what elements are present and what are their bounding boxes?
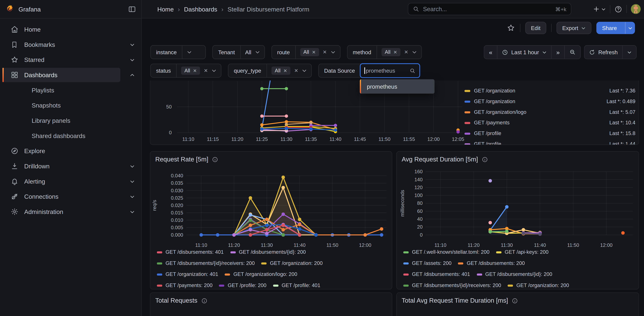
search-input[interactable]: Search... ⌘+k: [408, 3, 571, 15]
sidebar-item-connections[interactable]: Connections: [0, 189, 141, 204]
sidebar-item-explore[interactable]: Explore: [0, 144, 141, 159]
filter-value-pill[interactable]: All✕: [272, 66, 290, 75]
time-shift-back-button[interactable]: «: [484, 46, 497, 59]
info-icon[interactable]: [512, 298, 518, 304]
remove-value-icon[interactable]: ✕: [193, 68, 197, 73]
legend-item[interactable]: GET /organization: 401: [157, 272, 218, 277]
chevron-down-icon[interactable]: [302, 68, 307, 73]
filter-value-area[interactable]: [182, 46, 206, 59]
legend-row[interactable]: GET /profileLast *: 1.44: [464, 140, 635, 145]
legend-row[interactable]: GET /organizationLast *: 7.36: [464, 87, 635, 94]
datasource-option-prometheus[interactable]: prometheus: [360, 79, 434, 94]
sidebar-item-shared-dashboards[interactable]: Shared dashboards: [0, 128, 141, 144]
legend-item[interactable]: GET /organization/logo: 200: [225, 272, 297, 277]
chevron-down-icon[interactable]: [330, 50, 335, 54]
panel-header[interactable]: Request Rate [5m]: [150, 152, 392, 167]
sidebar-item-playlists[interactable]: Playlists: [0, 82, 141, 98]
legend-item[interactable]: GET /profile: 200: [219, 282, 266, 288]
star-dashboard-button[interactable]: [507, 24, 515, 32]
chevron-down-icon[interactable]: [130, 209, 134, 214]
add-new-button[interactable]: [592, 5, 606, 13]
chevron-down-icon[interactable]: [255, 50, 260, 54]
help-button[interactable]: [614, 5, 622, 13]
filter-query-type[interactable]: query_typeAll✕✕: [228, 64, 312, 78]
refresh-button[interactable]: Refresh: [584, 46, 622, 59]
remove-value-icon[interactable]: ✕: [312, 50, 316, 55]
breadcrumb-home[interactable]: Home: [157, 6, 174, 12]
legend-item[interactable]: GET /api-keys: 200: [496, 249, 548, 255]
user-avatar[interactable]: [631, 4, 641, 14]
panel-header[interactable]: Total Requests: [150, 293, 392, 308]
info-icon[interactable]: [482, 156, 488, 162]
share-button[interactable]: Share: [596, 22, 635, 34]
legend-item[interactable]: GET /profile: 401: [273, 282, 320, 288]
chevron-down-icon[interactable]: [130, 164, 134, 168]
legend-item[interactable]: GET /assets: 200: [403, 260, 452, 266]
filter-value-area[interactable]: All✕✕: [296, 46, 340, 59]
clear-filter-icon[interactable]: ✕: [404, 49, 408, 55]
legend-item[interactable]: GET /organization: 200: [508, 282, 569, 288]
timeseries-chart[interactable]: 11:1011:2011:3011:4011:5012:000204060801…: [397, 166, 639, 250]
legend-item[interactable]: GET /disbursements/{id}: 200: [476, 272, 552, 277]
filter-tenant[interactable]: TenantAll: [212, 45, 265, 59]
breadcrumb-dashboards[interactable]: Dashboards: [184, 6, 217, 12]
clear-filter-icon[interactable]: ✕: [204, 68, 208, 74]
filter-value-area[interactable]: All✕✕: [377, 46, 422, 59]
legend-row[interactable]: GET /paymentsLast *: 10.4: [464, 119, 635, 126]
sidebar-item-alerting[interactable]: Alerting: [0, 174, 141, 189]
chevron-down-icon[interactable]: [412, 50, 417, 54]
sidebar-item-dashboards[interactable]: Dashboards: [0, 67, 141, 82]
legend-item[interactable]: GET /disbursements: 401: [403, 272, 470, 277]
info-icon[interactable]: [201, 298, 207, 304]
chevron-down-icon[interactable]: [212, 68, 216, 73]
chevron-down-icon[interactable]: [130, 42, 134, 47]
sidebar-item-library-panels[interactable]: Library panels: [0, 113, 141, 128]
filter-value-area[interactable]: All: [240, 46, 264, 59]
chevron-down-icon[interactable]: [130, 57, 134, 62]
legend-item[interactable]: GET /disbursements/{id}: 200: [230, 249, 306, 255]
chevron-down-icon[interactable]: [130, 179, 134, 184]
legend-row[interactable]: GET /organizationLast *: 0.489: [464, 98, 635, 105]
timeseries-chart[interactable]: 11:1011:2011:3011:4011:5012:000.0000.005…: [150, 166, 392, 250]
filter-route[interactable]: routeAll✕✕: [271, 45, 340, 59]
panel-header[interactable]: Avg Request Duration [5m]: [397, 152, 639, 167]
chevron-up-icon[interactable]: [130, 72, 134, 77]
filter-value-area[interactable]: All✕✕: [267, 64, 312, 77]
filter-status[interactable]: statusAll✕✕: [150, 64, 222, 78]
sidebar-item-bookmarks[interactable]: Bookmarks: [0, 37, 141, 52]
legend-row[interactable]: GET /organization/logoLast *: 5.07: [464, 108, 635, 116]
refresh-interval-dropdown[interactable]: [622, 46, 636, 59]
sidebar-item-administration[interactable]: Administration: [0, 204, 141, 219]
legend-row[interactable]: GET /profileLast *: 15.8: [464, 130, 635, 137]
clear-filter-icon[interactable]: ✕: [294, 68, 298, 74]
time-shift-forward-button[interactable]: »: [552, 46, 564, 59]
chevron-down-icon[interactable]: [187, 50, 192, 54]
filter-value-pill[interactable]: All✕: [300, 48, 319, 56]
remove-value-icon[interactable]: ✕: [394, 50, 397, 55]
legend-item[interactable]: GET /disbursements/{id}/receivers: 200: [403, 282, 501, 288]
legend-item[interactable]: GET /disbursements: 401: [157, 249, 224, 255]
legend-item[interactable]: GET /disbursements: 200: [458, 260, 525, 266]
remove-value-icon[interactable]: ✕: [283, 68, 287, 73]
sidebar-item-drilldown[interactable]: Drilldown: [0, 158, 141, 174]
filter-instance[interactable]: instance: [150, 45, 206, 59]
info-icon[interactable]: [212, 156, 218, 162]
panel-header[interactable]: Total Avg Request Time Duration [ms]: [397, 293, 639, 308]
edit-button[interactable]: Edit: [525, 22, 546, 34]
legend-item[interactable]: GET /organization: 200: [261, 260, 323, 266]
filter-value-pill[interactable]: All✕: [382, 48, 400, 56]
chevron-down-icon[interactable]: [130, 194, 134, 199]
filter-value-area[interactable]: All✕✕: [176, 64, 221, 77]
time-range-picker[interactable]: Last 1 hour: [497, 46, 551, 59]
zoom-out-button[interactable]: [564, 46, 580, 59]
legend-item[interactable]: GET /payments: 200: [157, 282, 212, 288]
export-button[interactable]: Export: [556, 22, 591, 34]
share-options-chevron[interactable]: [625, 22, 634, 34]
sidebar-item-home[interactable]: Home: [0, 22, 141, 37]
datasource-input[interactable]: prometheus prometheus: [360, 63, 420, 78]
sidebar-item-starred[interactable]: Starred: [0, 52, 141, 68]
filter-method[interactable]: methodAll✕✕: [347, 45, 422, 59]
legend-item[interactable]: GET /disbursements/{id}/receivers: 200: [157, 260, 255, 266]
sidebar-item-snapshots[interactable]: Snapshots: [0, 98, 141, 113]
sidebar-toggle-icon[interactable]: [128, 5, 136, 13]
